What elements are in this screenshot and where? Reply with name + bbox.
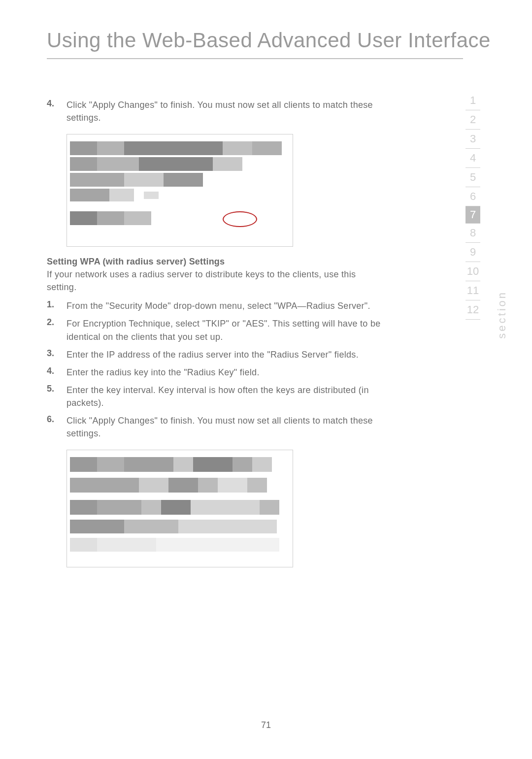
subheading-description: If your network uses a radius server to … [47, 268, 382, 294]
step-number: 4. [47, 99, 66, 124]
step-number: 2. [47, 317, 66, 343]
page-number: 71 [261, 720, 271, 730]
step-text: Enter the IP address of the radius serve… [66, 348, 382, 361]
nav-item-4[interactable]: 4 [461, 149, 485, 167]
step-text: Enter the key interval. Key interval is … [66, 384, 382, 409]
nav-item-1[interactable]: 1 [461, 91, 485, 110]
callout-oval-icon [223, 211, 257, 227]
nav-item-5[interactable]: 5 [461, 168, 485, 187]
page-title: Using the Web-Based Advanced User Interf… [47, 29, 491, 52]
step-number: 1. [47, 299, 66, 312]
step-row: 6. Click "Apply Changes" to finish. You … [47, 414, 382, 440]
nav-item-12[interactable]: 12 [461, 300, 485, 319]
step-number: 3. [47, 348, 66, 361]
nav-item-7-active[interactable]: 7 [466, 206, 480, 223]
screenshot-2 [66, 450, 293, 567]
subheading: Setting WPA (with radius server) Setting… [47, 257, 382, 267]
step-number: 5. [47, 384, 66, 409]
nav-item-3[interactable]: 3 [461, 130, 485, 148]
step-row: 3. Enter the IP address of the radius se… [47, 348, 382, 361]
step-row: 2. For Encryption Technique, select "TKI… [47, 317, 382, 343]
main-content: 4. Click "Apply Changes" to finish. You … [47, 99, 382, 577]
step-row: 5. Enter the key interval. Key interval … [47, 384, 382, 409]
nav-item-10[interactable]: 10 [461, 262, 485, 281]
step-text: For Encryption Technique, select "TKIP" … [66, 317, 382, 343]
step-number: 4. [47, 366, 66, 379]
step-text: Enter the radius key into the "Radius Ke… [66, 366, 382, 379]
title-rule [47, 58, 463, 59]
step-text: Click "Apply Changes" to finish. You mus… [66, 99, 382, 124]
section-nav: 1 2 3 4 5 6 7 8 9 10 11 12 [461, 91, 485, 320]
nav-item-8[interactable]: 8 [461, 224, 485, 242]
step-text: Click "Apply Changes" to finish. You mus… [66, 414, 382, 440]
section-label: section [496, 291, 508, 339]
nav-divider [466, 319, 480, 320]
nav-item-9[interactable]: 9 [461, 243, 485, 262]
nav-item-11[interactable]: 11 [461, 281, 485, 300]
nav-item-6[interactable]: 6 [461, 187, 485, 206]
step-row: 4. Enter the radius key into the "Radius… [47, 366, 382, 379]
screenshot-1 [66, 134, 293, 247]
step-row: 1. From the "Security Mode" drop-down me… [47, 299, 382, 312]
nav-item-2[interactable]: 2 [461, 110, 485, 129]
step-text: From the "Security Mode" drop-down menu,… [66, 299, 382, 312]
step-number: 6. [47, 414, 66, 440]
intro-step: 4. Click "Apply Changes" to finish. You … [47, 99, 382, 124]
